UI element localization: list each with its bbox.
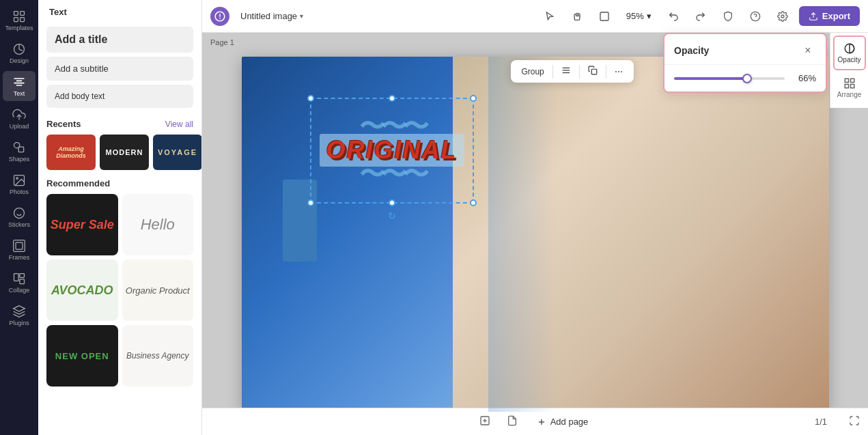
toolbar-divider-2 bbox=[579, 65, 580, 79]
notes-button[interactable] bbox=[503, 412, 522, 432]
align-button[interactable] bbox=[556, 63, 576, 80]
svg-point-21 bbox=[781, 15, 784, 18]
zoom-value: 95% bbox=[626, 11, 644, 21]
frame-view-button[interactable] bbox=[593, 5, 615, 27]
svg-rect-1 bbox=[20, 12, 25, 16]
export-button[interactable]: Export bbox=[799, 6, 860, 26]
svg-rect-17 bbox=[20, 279, 25, 284]
sidebar-item-stickers[interactable]: Stickers bbox=[3, 202, 36, 232]
add-to-library-button[interactable] bbox=[475, 412, 494, 432]
opacity-panel: Opacity × 66% bbox=[663, 33, 827, 93]
opacity-value: 66% bbox=[792, 73, 816, 83]
add-body-button[interactable]: Add body text bbox=[46, 85, 193, 108]
sidebar-item-photos[interactable]: Photos bbox=[3, 169, 36, 199]
shield-button[interactable] bbox=[717, 5, 739, 27]
export-label: Export bbox=[822, 11, 850, 21]
cloud-bottom: 〜〜〜 bbox=[359, 161, 425, 187]
sidebar-item-design[interactable]: Design bbox=[3, 38, 36, 68]
svg-rect-35 bbox=[845, 85, 848, 88]
canva-logo bbox=[210, 7, 229, 26]
original-text-wrapper: 〜〜〜 ORIGINAL 〜〜〜 bbox=[320, 113, 464, 187]
sidebar-item-templates[interactable]: Templates bbox=[3, 5, 36, 36]
view-all-link[interactable]: View all bbox=[165, 120, 193, 129]
page-counter: 1/1 bbox=[815, 417, 827, 427]
canvas-image: 〜〜〜 ORIGINAL 〜〜〜 ↻ bbox=[242, 57, 829, 412]
handle-top-mid[interactable] bbox=[389, 95, 395, 102]
canvas-workspace[interactable]: Page 1 Group ⋯ bbox=[202, 33, 868, 435]
panel-title: Text bbox=[38, 0, 201, 21]
opacity-content: 66% bbox=[664, 65, 826, 92]
svg-rect-33 bbox=[845, 79, 848, 82]
tab-arrange[interactable]: Arrange bbox=[833, 70, 866, 105]
svg-rect-13 bbox=[14, 240, 25, 252]
woman-overlay bbox=[488, 57, 829, 412]
svg-point-10 bbox=[14, 208, 25, 219]
recent-item-2[interactable]: VOYAGE bbox=[153, 135, 201, 170]
selected-element[interactable]: 〜〜〜 ORIGINAL 〜〜〜 ↻ bbox=[310, 98, 474, 204]
toolbar-divider-3 bbox=[606, 65, 606, 79]
add-title-button[interactable]: Add a title bbox=[46, 27, 193, 53]
rotate-handle[interactable]: ↻ bbox=[387, 210, 397, 221]
more-options-button[interactable]: ⋯ bbox=[609, 64, 628, 79]
recents-header: Recents View all bbox=[38, 113, 201, 132]
sidebar-item-shapes[interactable]: Shapes bbox=[3, 137, 36, 167]
opacity-thumb[interactable] bbox=[742, 74, 752, 83]
opacity-slider[interactable] bbox=[674, 77, 785, 80]
cursor-tool-button[interactable] bbox=[539, 5, 561, 27]
page-label: Page 1 bbox=[210, 38, 234, 46]
svg-point-9 bbox=[16, 178, 18, 180]
tab-arrange-label: Arrange bbox=[837, 91, 862, 98]
svg-rect-7 bbox=[18, 147, 23, 152]
handle-bottom-right[interactable] bbox=[470, 199, 477, 206]
add-page-label: Add page bbox=[550, 417, 589, 427]
fit-screen-button[interactable] bbox=[849, 415, 860, 428]
rec-item-bizagency[interactable]: Business Agency bbox=[122, 325, 194, 387]
opacity-panel-title: Opacity bbox=[674, 45, 709, 56]
group-button[interactable]: Group bbox=[516, 64, 549, 79]
rec-item-newopen[interactable]: NEW OPEN bbox=[46, 325, 118, 387]
svg-rect-16 bbox=[20, 274, 25, 278]
recent-item-1[interactable]: MODERN bbox=[100, 135, 149, 170]
bottom-bar: Add page 1/1 bbox=[202, 408, 868, 435]
rec-item-organic[interactable]: Organic Product bbox=[122, 259, 194, 321]
help-button[interactable] bbox=[744, 5, 766, 27]
doc-name[interactable]: Untitled image ▾ bbox=[235, 8, 309, 24]
add-subtitle-button[interactable]: Add a subtitle bbox=[46, 57, 193, 81]
settings-button[interactable] bbox=[772, 5, 794, 27]
rec-item-super-sale[interactable]: Super Sale bbox=[46, 194, 118, 255]
handle-top-left[interactable] bbox=[307, 95, 314, 102]
rec-item-avocado[interactable]: Avocado bbox=[46, 259, 118, 321]
undo-button[interactable] bbox=[662, 5, 684, 27]
svg-rect-15 bbox=[14, 274, 19, 281]
hand-tool-button[interactable] bbox=[566, 5, 588, 27]
tab-opacity[interactable]: Opacity bbox=[833, 36, 866, 70]
sidebar-item-upload[interactable]: Upload bbox=[3, 104, 36, 134]
sidebar-item-frames[interactable]: Frames bbox=[3, 235, 36, 265]
handle-bottom-left[interactable] bbox=[307, 199, 314, 206]
recents-row: Amazing Diamonds MODERN VOYAGE › bbox=[38, 132, 201, 173]
selection-toolbar: Group ⋯ bbox=[510, 60, 633, 83]
main-area: Untitled image ▾ 95% ▾ bbox=[202, 0, 868, 435]
doc-chevron-icon: ▾ bbox=[300, 12, 303, 20]
handle-bottom-mid[interactable] bbox=[389, 199, 395, 206]
duplicate-button[interactable] bbox=[583, 63, 603, 80]
tab-opacity-label: Opacity bbox=[838, 56, 861, 64]
sidebar-item-collage[interactable]: Collage bbox=[3, 268, 36, 298]
sidebar-item-text[interactable]: Text bbox=[3, 71, 36, 101]
add-page-button[interactable]: Add page bbox=[530, 414, 596, 430]
sidebar-item-plugins[interactable]: Plugins bbox=[3, 300, 36, 331]
handle-top-right[interactable] bbox=[470, 95, 477, 102]
svg-rect-2 bbox=[14, 18, 18, 22]
toolbar-divider-1 bbox=[552, 65, 553, 79]
svg-rect-3 bbox=[20, 18, 25, 22]
opacity-close-button[interactable]: × bbox=[800, 42, 816, 59]
svg-rect-26 bbox=[591, 69, 597, 74]
svg-rect-14 bbox=[16, 242, 23, 249]
recent-item-0[interactable]: Amazing Diamonds bbox=[46, 135, 96, 170]
redo-button[interactable] bbox=[690, 5, 712, 27]
rec-item-hello[interactable]: Hello bbox=[122, 194, 194, 255]
recommended-label: Recommended bbox=[38, 173, 201, 191]
text-buttons-group: Add a title Add a subtitle Add body text bbox=[38, 21, 201, 113]
zoom-control[interactable]: 95% ▾ bbox=[621, 8, 657, 24]
icon-sidebar: Templates Design Text Upload Shapes Phot… bbox=[0, 0, 38, 435]
